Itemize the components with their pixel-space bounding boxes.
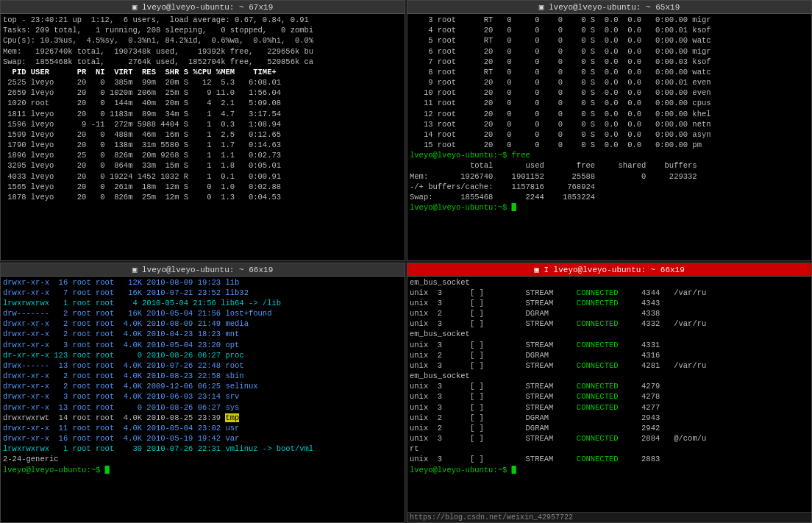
terminal-line: 1599 lveyo 20 0 488m 46m 16m S 1 2.5 0:1…: [3, 129, 402, 140]
terminal-line: drwxr-xr-x 2 root root 4.0K 2010-08-09 2…: [3, 319, 402, 329]
terminal-line: drwxr-xr-x 11 root root 4.0K 2010-05-04 …: [3, 423, 402, 433]
terminal-line: 13 root 20 0 0 0 0 S 0.0 0.0 0:00.00 net…: [410, 119, 809, 129]
terminal-line: unix 3 [ ] STREAM CONNECTED 4279: [410, 381, 809, 391]
terminal-line: Swap: 1855468 2244 1853224: [410, 192, 809, 202]
terminal-line: drwxr-xr-x 13 root root 0 2010-08-26 06:…: [3, 402, 402, 413]
terminal-line: unix 2 [ ] DGRAM 4316: [410, 350, 809, 360]
terminal-bottom-left[interactable]: ▣ lveyo@lveyo-ubuntu: ~ 66x19 drwxr-xr-x…: [0, 263, 405, 524]
terminal-line: drwxr-xr-x 2 root root 4.0K 2009-12-06 0…: [3, 381, 402, 391]
terminal-line: drw------- 2 root root 16K 2010-05-04 21…: [3, 308, 402, 319]
terminal-line: 1878 lveyo 20 0 826m 25m 12m S 0 1.3 0:0…: [3, 192, 402, 202]
terminal-title: lveyo@lveyo-ubuntu: ~ 66x19: [142, 266, 273, 274]
terminal-line: Tasks: 209 total, 1 running, 208 sleepin…: [3, 25, 402, 35]
terminal-line: unix 2 [ ] DGRAM 2942: [410, 423, 809, 433]
terminal-line: 4 root 20 0 0 0 0 S 0.0 0.0 0:00.01 ksof: [410, 25, 809, 35]
terminal-line: unix 3 [ ] STREAM CONNECTED 4332 /var/ru: [410, 319, 809, 329]
terminal-line: unix 2 [ ] DGRAM 2943: [410, 413, 809, 423]
terminal-bottom-right[interactable]: ▣ I lveyo@lveyo-ubuntu: ~ 66x19 em_bus_s…: [407, 263, 812, 524]
terminal-line: Cpu(s): 10.3%us, 4.5%sy, 0.3%ni, 84.2%id…: [3, 35, 402, 46]
terminal-line: lveyo@lveyo-ubuntu:~$ free: [410, 150, 809, 160]
terminal-title: lveyo@lveyo-ubuntu: ~ 66x19: [554, 266, 685, 274]
terminal-line: rt: [410, 444, 809, 454]
terminal-header-top-right: ▣ lveyo@lveyo-ubuntu: ~ 65x19: [407, 1, 811, 14]
terminal-line: unix 2 [ ] DGRAM 4338: [410, 308, 809, 319]
terminal-top-right[interactable]: ▣ lveyo@lveyo-ubuntu: ~ 65x19 3 root RT …: [407, 0, 812, 261]
terminal-title: lveyo@lveyo-ubuntu: ~ 67x19: [142, 3, 273, 12]
terminal-line: drwxr-xr-x 7 root root 16K 2010-07-21 23…: [3, 288, 402, 298]
terminal-line: 2659 lveyo 20 0 1020m 206m 25m S 9 11.0 …: [3, 88, 402, 98]
terminal-header-top-left: ▣ lveyo@lveyo-ubuntu: ~ 67x19: [1, 1, 405, 14]
terminal-icon-i: I: [544, 266, 553, 274]
terminal-line: 7 root 20 0 0 0 0 S 0.0 0.0 0:00.03 ksof: [410, 57, 809, 67]
terminal-line: 1790 lveyo 20 0 138m 31m 5580 S 1 1.7 0:…: [3, 140, 402, 150]
terminal-line: 8 root RT 0 0 0 0 S 0.0 0.0 0:00.00 watc: [410, 67, 809, 77]
terminal-line: 2525 lveyo 20 0 385m 99m 20m S 12 5.3 6:…: [3, 77, 402, 88]
terminal-line: unix 3 [ ] STREAM CONNECTED 4343: [410, 298, 809, 308]
terminal-line: unix 3 [ ] STREAM CONNECTED 2884 @/com/u: [410, 433, 809, 444]
terminal-line: total used free shared buffers: [410, 160, 809, 171]
terminal-title: lveyo@lveyo-ubuntu: ~ 65x19: [549, 3, 680, 12]
terminal-icon: ▣: [534, 266, 539, 274]
terminal-line: lveyo@lveyo-ubuntu:~$ █: [410, 465, 809, 475]
terminal-line: dr-xr-xr-x 123 root root 0 2010-08-26 06…: [3, 350, 402, 360]
terminal-body-top-right: 3 root RT 0 0 0 0 S 0.0 0.0 0:00.00 migr…: [407, 14, 811, 260]
terminal-line: drwxr-xr-x 16 root root 4.0K 2010-05-19 …: [3, 433, 402, 444]
terminal-line: 14 root 20 0 0 0 0 S 0.0 0.0 0:00.00 asy…: [410, 129, 809, 140]
terminal-top-left[interactable]: ▣ lveyo@lveyo-ubuntu: ~ 67x19 top - 23:4…: [0, 0, 405, 261]
terminal-body-bottom-right: em_bus_socketunix 3 [ ] STREAM CONNECTED…: [407, 277, 811, 513]
terminal-line: drwxr-xr-x 16 root root 12K 2010-08-09 1…: [3, 277, 402, 288]
terminal-icon: ▣: [132, 266, 138, 274]
terminal-line: top - 23:40:21 up 1:12, 6 users, load av…: [3, 15, 402, 25]
terminal-line: 15 root 20 0 0 0 0 S 0.0 0.0 0:00.00 pm: [410, 140, 809, 150]
terminal-line: em_bus_socket: [410, 277, 809, 288]
terminal-line: unix 3 [ ] STREAM CONNECTED 4331: [410, 340, 809, 350]
terminal-line: -/+ buffers/cache: 1157816 768924: [410, 182, 809, 192]
terminal-line: Swap: 1855468k total, 2764k used, 185270…: [3, 57, 402, 67]
terminal-line: 10 root 20 0 0 0 0 S 0.0 0.0 0:00.00 eve…: [410, 88, 809, 98]
terminal-line: lveyo@lveyo-ubuntu:~$ █: [3, 465, 402, 475]
terminal-line: Mem: 1926740k total, 1907348k used, 1939…: [3, 46, 402, 57]
terminal-line: unix 3 [ ] STREAM CONNECTED 4344 /var/ru: [410, 288, 809, 298]
terminal-body-bottom-left: drwxr-xr-x 16 root root 12K 2010-08-09 1…: [1, 277, 405, 523]
terminal-body-top-left: top - 23:40:21 up 1:12, 6 users, load av…: [1, 14, 405, 260]
terminal-line: unix 3 [ ] STREAM CONNECTED 4278: [410, 391, 809, 402]
terminal-line: 3295 lveyo 20 0 864m 33m 15m S 1 1.8 0:0…: [3, 160, 402, 171]
terminal-line: lveyo@lveyo-ubuntu:~$ █: [410, 202, 809, 213]
terminal-line: em_bus_socket: [410, 329, 809, 339]
terminal-line: lrwxrwxrwx 1 root root 4 2010-05-04 21:5…: [3, 298, 402, 308]
terminal-line: 6 root 20 0 0 0 0 S 0.0 0.0 0:00.00 migr: [410, 46, 809, 57]
terminal-line: 11 root 20 0 0 0 0 S 0.0 0.0 0:00.00 cpu…: [410, 98, 809, 108]
terminal-header-bottom-left: ▣ lveyo@lveyo-ubuntu: ~ 66x19: [1, 263, 405, 277]
terminal-line: drwxr-xr-x 3 root root 4.0K 2010-06-03 2…: [3, 391, 402, 402]
terminal-line: drwxrwxrwt 14 root root 4.0K 2010-08-25 …: [3, 413, 402, 423]
status-bar: https://blog.csdn.net/weixin_42957722: [407, 512, 811, 522]
terminal-icon: ▣: [132, 3, 138, 12]
status-url: https://blog.csdn.net/weixin_42957722: [410, 513, 573, 522]
terminal-header-bottom-right: ▣ I lveyo@lveyo-ubuntu: ~ 66x19: [407, 263, 811, 277]
terminal-line: 4033 lveyo 20 0 19224 1452 1032 R 1 0.1 …: [3, 171, 402, 182]
terminal-line: PID USER PR NI VIRT RES SHR S %CPU %MEM …: [3, 67, 402, 77]
terminal-line: 1565 lveyo 20 0 261m 18m 12m S 0 1.0 0:0…: [3, 182, 402, 192]
terminal-line: unix 3 [ ] STREAM CONNECTED 4281 /var/ru: [410, 360, 809, 371]
terminal-line: 3 root RT 0 0 0 0 S 0.0 0.0 0:00.00 migr: [410, 15, 809, 25]
terminal-line: Mem: 1926740 1901152 25588 0 229332: [410, 171, 809, 182]
terminal-line: drwxr-xr-x 2 root root 4.0K 2010-08-23 2…: [3, 371, 402, 381]
terminal-line: 2-24-generic: [3, 454, 402, 464]
terminal-line: 1896 lveyo 25 0 826m 20m 9268 S 1 1.1 0:…: [3, 150, 402, 160]
terminal-line: 1020 root 20 0 144m 40m 20m S 4 2.1 5:09…: [3, 98, 402, 108]
terminal-line: 1811 lveyo 20 0 1183m 89m 34m S 1 4.7 3:…: [3, 109, 402, 119]
terminal-line: 1596 lveyo 9 -11 272m 5988 4404 S 1 0.3 …: [3, 119, 402, 129]
terminal-line: 12 root 20 0 0 0 0 S 0.0 0.0 0:00.00 khe…: [410, 109, 809, 119]
terminal-line: lrwxrwxrwx 1 root root 30 2010-07-26 22:…: [3, 444, 402, 454]
terminal-icon: ▣: [539, 3, 544, 12]
terminal-line: drwx------ 13 root root 4.0K 2010-07-26 …: [3, 360, 402, 371]
terminal-line: em_bus_socket: [410, 371, 809, 381]
terminal-line: drwxr-xr-x 2 root root 4.0K 2010-04-23 1…: [3, 329, 402, 339]
terminal-line: 5 root RT 0 0 0 0 S 0.0 0.0 0:00.00 watc: [410, 35, 809, 46]
terminal-line: unix 3 [ ] STREAM CONNECTED 2883: [410, 454, 809, 464]
terminal-line: drwxr-xr-x 3 root root 4.0K 2010-05-04 2…: [3, 340, 402, 350]
terminal-line: unix 3 [ ] STREAM CONNECTED 4277: [410, 402, 809, 413]
terminal-line: 9 root 20 0 0 0 0 S 0.0 0.0 0:00.01 even: [410, 77, 809, 88]
